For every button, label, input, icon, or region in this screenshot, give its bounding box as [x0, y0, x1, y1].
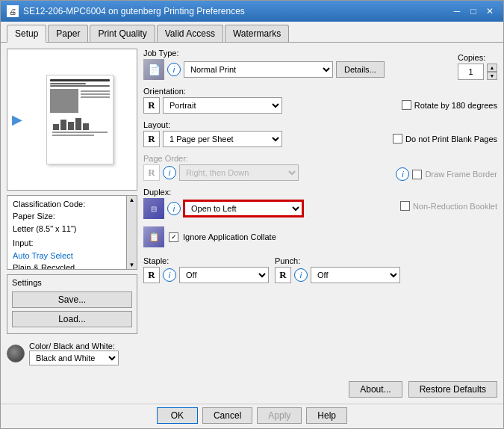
input-value[interactable]: Auto Tray Select	[13, 250, 122, 262]
orientation-block: Orientation: R Portrait Landscape	[143, 87, 396, 114]
punch-block: Punch: R i Off 2 Holes 3 Holes	[275, 256, 400, 283]
duplex-label: Duplex:	[143, 188, 394, 197]
preview-document	[46, 75, 113, 164]
page-order-row: Page Order: R i Right, then Down Down, t…	[143, 154, 497, 181]
tab-paper[interactable]: Paper	[48, 25, 88, 42]
input-value2: Plain & Recycled	[13, 262, 122, 270]
duplex-select[interactable]: None Open to Left Open to Top	[184, 200, 303, 217]
color-label: Color/ Black and White:	[29, 342, 119, 351]
tab-print-quality[interactable]: Print Quality	[90, 25, 155, 42]
details-button[interactable]: Details...	[336, 61, 385, 78]
page-order-select[interactable]: Right, then Down Down, then Right	[179, 164, 299, 181]
cancel-button[interactable]: Cancel	[202, 407, 252, 424]
tab-valid-access[interactable]: Valid Access	[157, 25, 223, 42]
draw-frame-block: i Draw Frame Border	[396, 154, 497, 181]
ignore-collate-checkbox[interactable]	[169, 232, 178, 242]
settings-group: Settings Save... Load...	[7, 274, 137, 334]
duplex-block: Duplex: ⊟ i None Open to Left Open to To…	[143, 188, 394, 219]
help-button[interactable]: Help	[306, 407, 347, 424]
paper-size-value: Letter (8.5" x 11")	[13, 223, 122, 235]
layout-row: Layout: R 1 Page per Sheet 2 Pages per S…	[143, 120, 497, 147]
window-icon: 🖨	[7, 5, 19, 17]
save-button[interactable]: Save...	[12, 291, 132, 308]
punch-info-icon[interactable]: i	[294, 268, 308, 282]
job-type-info-icon[interactable]: i	[167, 63, 181, 76]
color-section: Color/ Black and White: Black and White …	[7, 342, 137, 368]
left-panel: ▶	[7, 49, 137, 398]
punch-label: Punch:	[275, 256, 400, 265]
duplex-row: Duplex: ⊟ i None Open to Left Open to To…	[143, 188, 497, 219]
title-bar: 🖨 SE12-206-MPC6004 on gutenberg Printing…	[1, 1, 503, 22]
classification-scrollbar[interactable]: ▲ ▼	[126, 196, 137, 269]
apply-button[interactable]: Apply	[257, 407, 302, 424]
scroll-up-btn[interactable]: ▲	[128, 196, 136, 204]
page-order-info-icon[interactable]: i	[163, 166, 176, 179]
layout-label: Layout:	[143, 120, 387, 129]
page-order-block: Page Order: R i Right, then Down Down, t…	[143, 154, 390, 181]
layout-block: Layout: R 1 Page per Sheet 2 Pages per S…	[143, 120, 387, 147]
close-button[interactable]: ✕	[482, 4, 497, 19]
no-blank-checkbox[interactable]	[393, 134, 402, 143]
orientation-row: Orientation: R Portrait Landscape Rotate…	[143, 87, 497, 114]
page-order-reset-icon: R	[143, 164, 160, 181]
copies-block: Copies: ▲ ▼	[458, 53, 497, 80]
copies-up-btn[interactable]: ▲	[487, 64, 497, 72]
orientation-reset-icon: R	[143, 97, 160, 114]
tab-setup[interactable]: Setup	[7, 25, 46, 43]
restore-defaults-button[interactable]: Restore Defaults	[408, 381, 497, 398]
staple-label: Staple:	[143, 256, 269, 265]
classification-box: Classification Code: Paper Size: Letter …	[7, 195, 137, 270]
non-reduction-label: Non-Reduction Booklet	[413, 202, 497, 211]
copies-label: Copies:	[458, 53, 497, 62]
window-title: SE12-206-MPC6004 on gutenberg Printing P…	[23, 6, 245, 16]
copies-input[interactable]	[458, 64, 484, 80]
punch-reset-icon: R	[275, 267, 291, 283]
preview-box: ▶	[7, 49, 137, 191]
ignore-collate-label: Ignore Application Collate	[183, 232, 276, 241]
draw-frame-label: Draw Frame Border	[425, 170, 497, 179]
staple-info-icon[interactable]: i	[163, 268, 176, 282]
settings-title: Settings	[12, 278, 132, 287]
no-blank-label: Do not Print Blank Pages	[405, 135, 497, 143]
about-button[interactable]: About...	[349, 381, 402, 398]
copies-spinners: ▲ ▼	[487, 64, 497, 80]
non-reduction-checkbox[interactable]	[400, 201, 410, 211]
job-type-select[interactable]: Normal Print Locked Print Hold Print Sto…	[184, 61, 333, 78]
color-select[interactable]: Black and White Color Auto	[29, 351, 119, 365]
draw-frame-checkbox[interactable]	[412, 170, 422, 179]
staple-select[interactable]: Off 1 Staple 2 Staples	[179, 267, 269, 283]
minimize-button[interactable]: ─	[449, 4, 464, 19]
layout-reset-icon: R	[143, 131, 160, 147]
draw-frame-info-icon[interactable]: i	[396, 167, 409, 181]
job-copies-row: Job Type: 📄 i Normal Print Locked Print …	[143, 49, 497, 80]
layout-select[interactable]: 1 Page per Sheet 2 Pages per Sheet 4 Pag…	[163, 131, 282, 147]
main-content: ▶	[1, 43, 503, 404]
page-order-label: Page Order:	[143, 154, 390, 163]
rotate-label: Rotate by 180 degrees	[414, 101, 497, 110]
paper-size-label: Paper Size:	[13, 210, 122, 223]
non-reduction-block: Non-Reduction Booklet	[400, 188, 497, 211]
maximize-button[interactable]: □	[466, 4, 481, 19]
copies-down-btn[interactable]: ▼	[487, 72, 497, 80]
input-label: Input:	[13, 237, 122, 250]
ok-button[interactable]: OK	[157, 407, 198, 424]
staple-block: Staple: R i Off 1 Staple 2 Staples	[143, 256, 269, 283]
job-type-label: Job Type:	[143, 49, 452, 58]
staple-punch-row: Staple: R i Off 1 Staple 2 Staples Punch…	[143, 256, 497, 283]
ignore-collate-row: 📋 Ignore Application Collate	[143, 226, 497, 247]
job-type-block: Job Type: 📄 i Normal Print Locked Print …	[143, 49, 452, 80]
scroll-down-btn[interactable]: ▼	[128, 261, 136, 269]
duplex-info-icon[interactable]: i	[167, 202, 181, 215]
orientation-select[interactable]: Portrait Landscape	[163, 97, 282, 114]
footer-bar: OK Cancel Apply Help	[1, 404, 503, 428]
no-blank-check-block: Do not Print Blank Pages	[393, 120, 497, 143]
color-icon	[7, 345, 25, 362]
load-button[interactable]: Load...	[12, 311, 132, 327]
staple-reset-icon: R	[143, 267, 160, 283]
punch-select[interactable]: Off 2 Holes 3 Holes	[311, 267, 400, 283]
preview-arrow-icon: ▶	[12, 111, 22, 128]
classification-content: Paper Size: Letter (8.5" x 11") Input: A…	[13, 210, 132, 270]
tab-watermarks[interactable]: Watermarks	[225, 25, 289, 42]
duplex-icon: ⊟	[143, 198, 164, 219]
rotate-checkbox[interactable]	[402, 100, 411, 110]
